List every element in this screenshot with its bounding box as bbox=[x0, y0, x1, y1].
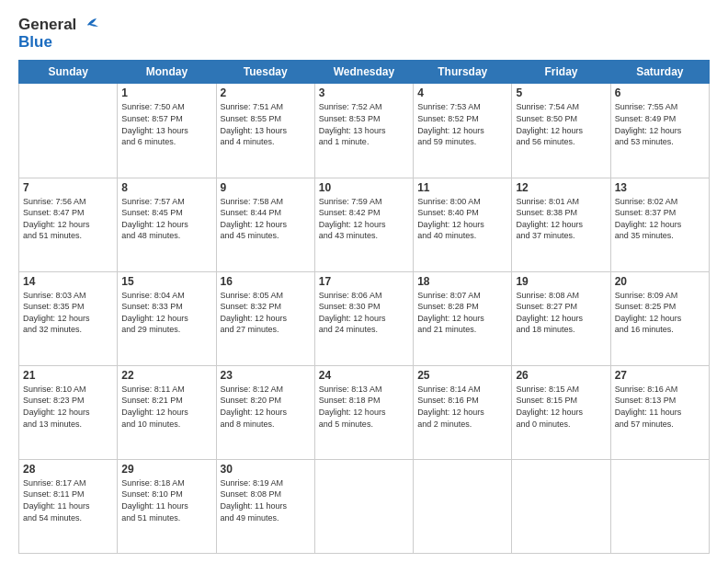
calendar-table: SundayMondayTuesdayWednesdayThursdayFrid… bbox=[18, 60, 710, 554]
logo: GeneralBlue bbox=[18, 17, 98, 51]
header: GeneralBlue bbox=[18, 17, 710, 51]
day-number: 30 bbox=[221, 463, 311, 476]
calendar-cell: 28Sunrise: 8:17 AM Sunset: 8:11 PM Dayli… bbox=[19, 459, 118, 553]
calendar-cell: 29Sunrise: 8:18 AM Sunset: 8:10 PM Dayli… bbox=[118, 459, 216, 553]
calendar-cell: 23Sunrise: 8:12 AM Sunset: 8:20 PM Dayli… bbox=[216, 365, 314, 459]
calendar-cell bbox=[512, 459, 610, 553]
calendar-cell: 24Sunrise: 8:13 AM Sunset: 8:18 PM Dayli… bbox=[314, 365, 413, 459]
calendar-cell: 6Sunrise: 7:55 AM Sunset: 8:49 PM Daylig… bbox=[610, 84, 709, 178]
weekday-header: Tuesday bbox=[216, 61, 314, 84]
day-info: Sunrise: 7:51 AM Sunset: 8:55 PM Dayligh… bbox=[221, 101, 311, 147]
calendar-cell: 18Sunrise: 8:07 AM Sunset: 8:28 PM Dayli… bbox=[414, 271, 512, 365]
day-info: Sunrise: 8:04 AM Sunset: 8:33 PM Dayligh… bbox=[121, 290, 211, 336]
day-number: 28 bbox=[23, 463, 113, 476]
day-number: 26 bbox=[516, 369, 606, 382]
day-number: 19 bbox=[516, 275, 606, 288]
day-info: Sunrise: 8:16 AM Sunset: 8:13 PM Dayligh… bbox=[615, 384, 705, 430]
day-number: 25 bbox=[417, 369, 507, 382]
day-info: Sunrise: 7:52 AM Sunset: 8:53 PM Dayligh… bbox=[319, 101, 409, 147]
weekday-header: Thursday bbox=[414, 61, 512, 84]
day-number: 12 bbox=[516, 181, 606, 194]
calendar-cell: 21Sunrise: 8:10 AM Sunset: 8:23 PM Dayli… bbox=[19, 365, 118, 459]
calendar-cell: 26Sunrise: 8:15 AM Sunset: 8:15 PM Dayli… bbox=[512, 365, 610, 459]
day-info: Sunrise: 7:54 AM Sunset: 8:50 PM Dayligh… bbox=[516, 101, 606, 147]
day-info: Sunrise: 7:57 AM Sunset: 8:45 PM Dayligh… bbox=[121, 196, 211, 242]
day-info: Sunrise: 7:55 AM Sunset: 8:49 PM Dayligh… bbox=[615, 101, 705, 147]
calendar-cell: 17Sunrise: 8:06 AM Sunset: 8:30 PM Dayli… bbox=[314, 271, 413, 365]
calendar-cell: 3Sunrise: 7:52 AM Sunset: 8:53 PM Daylig… bbox=[314, 84, 413, 178]
day-number: 3 bbox=[319, 86, 409, 99]
day-number: 5 bbox=[516, 86, 606, 99]
calendar-cell: 5Sunrise: 7:54 AM Sunset: 8:50 PM Daylig… bbox=[512, 84, 610, 178]
day-info: Sunrise: 8:02 AM Sunset: 8:37 PM Dayligh… bbox=[615, 196, 705, 242]
day-info: Sunrise: 8:14 AM Sunset: 8:16 PM Dayligh… bbox=[417, 384, 507, 430]
day-number: 14 bbox=[23, 275, 113, 288]
day-number: 11 bbox=[417, 181, 507, 194]
weekday-header: Wednesday bbox=[314, 61, 413, 84]
calendar-cell bbox=[314, 459, 413, 553]
day-number: 4 bbox=[417, 86, 507, 99]
day-number: 9 bbox=[221, 181, 311, 194]
calendar-cell: 20Sunrise: 8:09 AM Sunset: 8:25 PM Dayli… bbox=[610, 271, 709, 365]
weekday-header: Friday bbox=[512, 61, 610, 84]
day-info: Sunrise: 7:56 AM Sunset: 8:47 PM Dayligh… bbox=[23, 196, 113, 242]
calendar-cell: 9Sunrise: 7:58 AM Sunset: 8:44 PM Daylig… bbox=[216, 178, 314, 271]
day-info: Sunrise: 8:03 AM Sunset: 8:35 PM Dayligh… bbox=[23, 290, 113, 336]
day-info: Sunrise: 7:50 AM Sunset: 8:57 PM Dayligh… bbox=[121, 101, 211, 147]
day-number: 13 bbox=[615, 181, 705, 194]
calendar-cell: 4Sunrise: 7:53 AM Sunset: 8:52 PM Daylig… bbox=[414, 84, 512, 178]
calendar-cell: 11Sunrise: 8:00 AM Sunset: 8:40 PM Dayli… bbox=[414, 178, 512, 271]
day-info: Sunrise: 7:59 AM Sunset: 8:42 PM Dayligh… bbox=[319, 196, 409, 242]
day-number: 23 bbox=[221, 369, 311, 382]
day-info: Sunrise: 8:18 AM Sunset: 8:10 PM Dayligh… bbox=[121, 477, 211, 523]
calendar-cell: 14Sunrise: 8:03 AM Sunset: 8:35 PM Dayli… bbox=[19, 271, 118, 365]
calendar-cell: 15Sunrise: 8:04 AM Sunset: 8:33 PM Dayli… bbox=[118, 271, 216, 365]
day-info: Sunrise: 7:53 AM Sunset: 8:52 PM Dayligh… bbox=[417, 101, 507, 147]
calendar-cell bbox=[19, 84, 118, 178]
day-info: Sunrise: 8:08 AM Sunset: 8:27 PM Dayligh… bbox=[516, 290, 606, 336]
day-number: 22 bbox=[121, 369, 211, 382]
day-number: 6 bbox=[615, 86, 705, 99]
calendar-cell: 25Sunrise: 8:14 AM Sunset: 8:16 PM Dayli… bbox=[414, 365, 512, 459]
day-number: 18 bbox=[417, 275, 507, 288]
calendar-cell: 22Sunrise: 8:11 AM Sunset: 8:21 PM Dayli… bbox=[118, 365, 216, 459]
day-info: Sunrise: 8:05 AM Sunset: 8:32 PM Dayligh… bbox=[221, 290, 311, 336]
calendar-cell: 10Sunrise: 7:59 AM Sunset: 8:42 PM Dayli… bbox=[314, 178, 413, 271]
day-number: 29 bbox=[121, 463, 211, 476]
calendar-cell bbox=[414, 459, 512, 553]
day-number: 7 bbox=[23, 181, 113, 194]
day-info: Sunrise: 8:01 AM Sunset: 8:38 PM Dayligh… bbox=[516, 196, 606, 242]
day-info: Sunrise: 8:00 AM Sunset: 8:40 PM Dayligh… bbox=[417, 196, 507, 242]
calendar-cell: 13Sunrise: 8:02 AM Sunset: 8:37 PM Dayli… bbox=[610, 178, 709, 271]
page: GeneralBlue SundayMondayTuesdayWednesday… bbox=[0, 0, 728, 563]
logo-text: GeneralBlue bbox=[18, 17, 98, 51]
bird-icon bbox=[78, 17, 98, 32]
calendar-cell: 7Sunrise: 7:56 AM Sunset: 8:47 PM Daylig… bbox=[19, 178, 118, 271]
day-info: Sunrise: 7:58 AM Sunset: 8:44 PM Dayligh… bbox=[221, 196, 311, 242]
calendar-cell: 19Sunrise: 8:08 AM Sunset: 8:27 PM Dayli… bbox=[512, 271, 610, 365]
calendar-cell bbox=[610, 459, 709, 553]
day-info: Sunrise: 8:19 AM Sunset: 8:08 PM Dayligh… bbox=[221, 477, 311, 523]
calendar-cell: 16Sunrise: 8:05 AM Sunset: 8:32 PM Dayli… bbox=[216, 271, 314, 365]
day-number: 10 bbox=[319, 181, 409, 194]
day-number: 2 bbox=[221, 86, 311, 99]
day-number: 1 bbox=[121, 86, 211, 99]
calendar-cell: 8Sunrise: 7:57 AM Sunset: 8:45 PM Daylig… bbox=[118, 178, 216, 271]
day-number: 21 bbox=[23, 369, 113, 382]
calendar-cell: 27Sunrise: 8:16 AM Sunset: 8:13 PM Dayli… bbox=[610, 365, 709, 459]
day-info: Sunrise: 8:07 AM Sunset: 8:28 PM Dayligh… bbox=[417, 290, 507, 336]
day-number: 20 bbox=[615, 275, 705, 288]
calendar-cell: 2Sunrise: 7:51 AM Sunset: 8:55 PM Daylig… bbox=[216, 84, 314, 178]
day-info: Sunrise: 8:17 AM Sunset: 8:11 PM Dayligh… bbox=[23, 477, 113, 523]
day-number: 15 bbox=[121, 275, 211, 288]
day-number: 8 bbox=[121, 181, 211, 194]
day-number: 27 bbox=[615, 369, 705, 382]
weekday-header: Saturday bbox=[610, 61, 709, 84]
weekday-header: Sunday bbox=[19, 61, 118, 84]
day-number: 16 bbox=[221, 275, 311, 288]
day-number: 24 bbox=[319, 369, 409, 382]
calendar-cell: 12Sunrise: 8:01 AM Sunset: 8:38 PM Dayli… bbox=[512, 178, 610, 271]
day-info: Sunrise: 8:15 AM Sunset: 8:15 PM Dayligh… bbox=[516, 384, 606, 430]
calendar-cell: 1Sunrise: 7:50 AM Sunset: 8:57 PM Daylig… bbox=[118, 84, 216, 178]
day-number: 17 bbox=[319, 275, 409, 288]
